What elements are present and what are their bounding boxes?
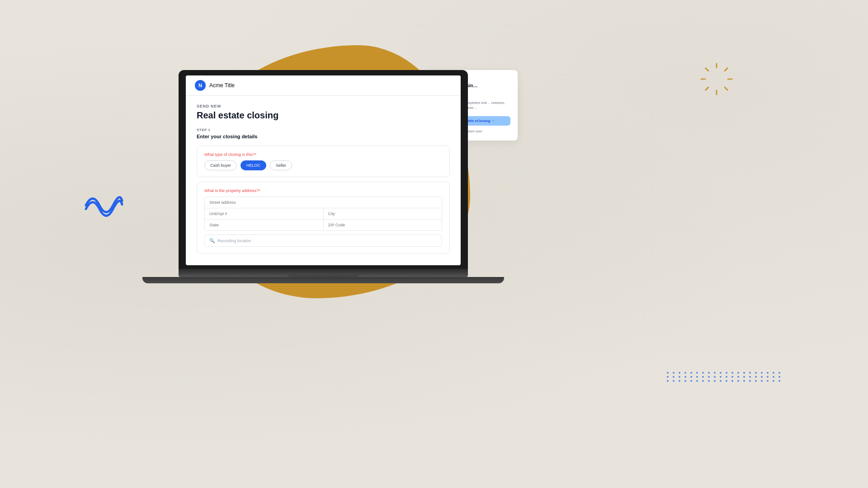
page-title: Real estate closing	[197, 110, 450, 121]
decorative-dot	[778, 376, 780, 378]
decorative-dot	[720, 376, 722, 378]
step1-label: STEP 1	[197, 128, 450, 132]
laptop-base	[179, 269, 468, 277]
decorative-dot	[743, 372, 745, 374]
decorative-sunburst	[696, 59, 741, 104]
decorative-dot	[690, 380, 692, 382]
decorative-dot	[673, 372, 675, 374]
decorative-dot	[773, 376, 774, 378]
decorative-dot	[673, 376, 675, 378]
decorative-dot	[778, 372, 780, 374]
decorative-dot	[761, 372, 763, 374]
decorative-dot	[708, 380, 710, 382]
decorative-dot	[743, 380, 745, 382]
state-zip-row	[205, 220, 442, 230]
decorative-dot	[702, 376, 704, 378]
decorative-dot	[673, 380, 675, 382]
decorative-dot	[667, 376, 669, 378]
app-logo-badge: N	[195, 80, 206, 91]
decorative-dot	[696, 380, 698, 382]
laptop-bezel: N Acme Title SEND NEW Real estate closin…	[179, 70, 468, 269]
decorative-dot	[684, 380, 686, 382]
recording-location-wrap: 🔍 Recording location	[204, 235, 442, 247]
property-address-section: What is the property address?*	[197, 182, 450, 253]
decorative-dot	[720, 372, 722, 374]
decorative-dot	[720, 380, 722, 382]
decorative-dot	[702, 372, 704, 374]
svg-line-5	[725, 87, 727, 90]
laptop-screen: N Acme Title SEND NEW Real estate closin…	[186, 75, 461, 265]
svg-line-6	[725, 68, 727, 71]
decorative-dot	[767, 372, 769, 374]
decorative-dot	[737, 376, 739, 378]
recording-location-placeholder: Recording location	[217, 239, 251, 243]
decorative-dot	[767, 376, 769, 378]
property-address-label: What is the property address?*	[204, 188, 442, 193]
svg-line-7	[706, 87, 708, 90]
decorative-dot	[667, 372, 669, 374]
decorative-dot	[667, 380, 669, 382]
decorative-dot	[767, 380, 769, 382]
decorative-dot	[690, 376, 692, 378]
decorative-dot	[708, 376, 710, 378]
search-icon: 🔍	[209, 238, 215, 243]
laptop-stand	[142, 277, 504, 283]
decorative-dot	[773, 372, 774, 374]
send-new-label: SEND NEW	[197, 104, 450, 108]
decorative-dot	[743, 376, 745, 378]
decorative-dot	[755, 380, 757, 382]
decorative-dot	[690, 372, 692, 374]
decorative-dot	[696, 376, 698, 378]
state-input[interactable]	[205, 220, 323, 230]
unit-city-row	[205, 208, 442, 220]
decorative-dot	[749, 380, 751, 382]
closing-type-buttons: Cash buyer HELOC Seller	[204, 160, 442, 170]
heloc-button[interactable]: HELOC	[241, 160, 266, 170]
decorative-dot	[714, 372, 716, 374]
closing-type-section: What type of closing is this?* Cash buye…	[197, 145, 450, 177]
decorative-dot	[679, 372, 680, 374]
decorative-dot	[778, 380, 780, 382]
decorative-dot	[731, 372, 733, 374]
decorative-dot	[755, 376, 757, 378]
zip-input[interactable]	[323, 220, 442, 230]
decorative-dot	[714, 380, 716, 382]
street-address-input[interactable]	[205, 197, 442, 208]
app-company-name: Acme Title	[209, 82, 235, 89]
city-input[interactable]	[323, 208, 442, 219]
decorative-dot	[731, 380, 733, 382]
decorative-dot	[679, 376, 680, 378]
app-body: SEND NEW Real estate closing STEP 1 Ente…	[186, 96, 461, 265]
decorative-dot	[761, 380, 763, 382]
address-grid	[204, 197, 442, 231]
decorative-dot	[708, 372, 710, 374]
brand-logo	[84, 190, 124, 219]
app-header: N Acme Title	[186, 75, 461, 96]
decorative-dot	[749, 372, 751, 374]
decorative-dot	[737, 372, 739, 374]
svg-line-4	[706, 68, 708, 71]
decorative-dot	[702, 380, 704, 382]
decorative-dot	[726, 372, 727, 374]
decorative-dot	[737, 380, 739, 382]
step1-title: Enter your closing details	[197, 134, 450, 139]
decorative-dot	[696, 372, 698, 374]
decorative-dot	[684, 376, 686, 378]
decorative-dot	[755, 372, 757, 374]
decorative-dot	[684, 372, 686, 374]
decorative-dot	[679, 380, 680, 382]
decorative-dot	[773, 380, 774, 382]
decorative-dots: // Generate dots inline after body rende…	[667, 372, 782, 382]
street-row	[205, 197, 442, 208]
decorative-dot	[714, 376, 716, 378]
closing-type-label: What type of closing is this?*	[204, 152, 442, 157]
cash-buyer-button[interactable]: Cash buyer	[204, 160, 237, 170]
decorative-dot	[761, 376, 763, 378]
decorative-dot	[749, 376, 751, 378]
laptop: N Acme Title SEND NEW Real estate closin…	[179, 70, 468, 283]
seller-button[interactable]: Seller	[270, 160, 292, 170]
decorative-dot	[731, 376, 733, 378]
unit-input[interactable]	[205, 208, 323, 219]
decorative-dot	[726, 376, 727, 378]
decorative-dot	[726, 380, 727, 382]
